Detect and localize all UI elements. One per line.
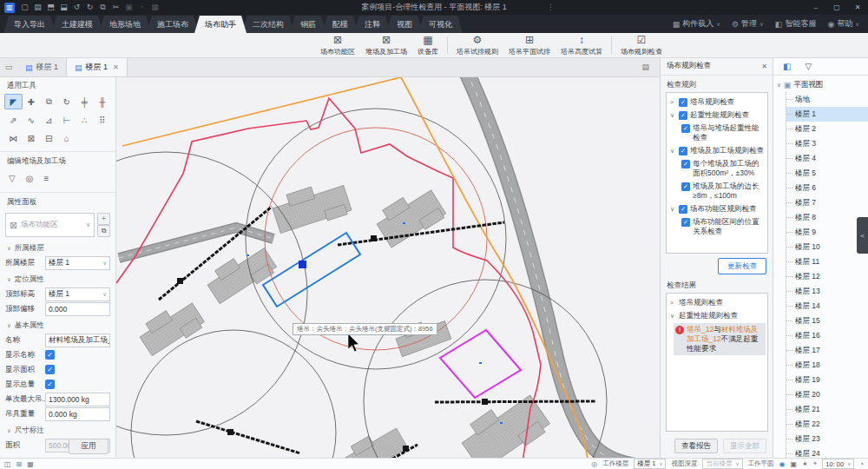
close-button[interactable]: ✕ <box>847 0 868 15</box>
view-layout-3-icon[interactable]: ▦ <box>27 460 34 468</box>
rule-item[interactable]: >✓塔吊规则检查 <box>668 96 766 109</box>
manage-menu[interactable]: ⚙管理∨ <box>732 18 764 30</box>
view-tree-item[interactable]: 楼层 15 <box>786 314 868 328</box>
expander-icon[interactable]: ∨ <box>670 311 676 320</box>
panel-collapse-handle[interactable]: < <box>857 217 868 254</box>
select-tool-icon[interactable]: ◤ <box>4 94 23 109</box>
crane-trial-rules-button[interactable]: ⚙塔吊试排规则 <box>451 33 503 58</box>
expander-icon[interactable]: ∨ <box>670 204 676 214</box>
ribbon-tab-6[interactable]: 二次结构 <box>242 16 294 33</box>
property-input[interactable]: 0.000 kg <box>45 407 110 421</box>
load-component-menu[interactable]: ▦构件载入∨ <box>673 18 720 30</box>
ribbon-tab-8[interactable]: 配模 <box>322 16 358 33</box>
move-tool-icon[interactable]: ✚ <box>23 94 41 109</box>
new-file-icon[interactable]: ▢ <box>18 0 31 15</box>
view-tree-item[interactable]: 楼层 2 <box>786 122 868 136</box>
sun-position-icon[interactable]: ✶ <box>802 460 808 468</box>
title-menu-dots-icon[interactable]: ⋮ <box>547 0 555 15</box>
ribbon-tab-4[interactable]: 施工场布 <box>147 16 199 33</box>
help-menu[interactable]: ◉帮助∨ <box>827 18 859 30</box>
close-icon[interactable]: ✕ <box>761 63 767 70</box>
batch-check-tool-icon[interactable]: ◎ <box>26 170 34 186</box>
property-input[interactable]: 0.000 <box>45 302 110 316</box>
stockyard-workshop-button[interactable]: ⊠堆场及加工场 <box>360 33 412 58</box>
group-tool-icon[interactable]: ⠿ <box>94 112 112 128</box>
rule-subitem[interactable]: ✓堆场及加工场的边长≥8m，≤100m <box>680 180 766 202</box>
ribbon-tab-5[interactable]: 场布助手 <box>194 16 247 33</box>
view-tab-1[interactable]: ▤楼层 1 <box>17 58 67 76</box>
dome-tool-icon[interactable]: ⌂ <box>58 130 76 146</box>
paste-icon[interactable]: ▣ <box>122 0 135 15</box>
view-tree-item[interactable]: 楼层 21 <box>786 402 868 417</box>
crane-plan-trial-button[interactable]: ⊞塔吊平面试排 <box>503 33 556 58</box>
ribbon-tab-10[interactable]: 视图 <box>386 16 423 33</box>
view-tree-item[interactable]: 楼层 20 <box>786 387 868 402</box>
view-report-button[interactable]: 查看报告 <box>674 439 718 453</box>
view-tree-item[interactable]: 楼层 22 <box>786 417 868 432</box>
mirror-tool-icon[interactable]: ⋈ <box>4 130 23 146</box>
view-tree-item[interactable]: 楼层 10 <box>786 240 868 254</box>
layout-columns-icon[interactable]: ◧ <box>783 62 791 71</box>
view-tree-item[interactable]: 楼层 24 <box>786 446 868 459</box>
checkbox-checked-icon[interactable]: ✓ <box>679 205 687 214</box>
view-tree-item[interactable]: 楼层 14 <box>786 299 868 314</box>
site-rule-check-button[interactable]: ☑场布规则检查 <box>615 33 667 58</box>
maximize-button[interactable]: ▢ <box>826 0 847 15</box>
expander-icon[interactable]: > <box>670 298 676 307</box>
import-file-icon[interactable]: ⬒ <box>44 0 57 15</box>
view-layout-1-icon[interactable]: ◫ <box>4 460 11 468</box>
property-section-header[interactable]: ∨所属楼层 <box>0 239 115 255</box>
locate-icon[interactable]: ⌖ <box>813 459 818 468</box>
view-tree-item[interactable]: 楼层 19 <box>786 373 868 387</box>
view-tree-item[interactable]: 场地 <box>786 92 868 107</box>
checkbox-checked-icon[interactable]: ✓ <box>681 218 690 227</box>
dock-stub-icon[interactable]: ▭ <box>0 58 17 76</box>
checkbox-checked-icon[interactable]: ✓ <box>681 124 690 133</box>
measure-tool-icon[interactable]: ⊟ <box>40 130 58 146</box>
checkbox-checked-icon[interactable]: ✓ <box>679 147 687 155</box>
check-result-error[interactable]: !塔吊_12与材料堆场及加工场_12不满足起重性能要求 <box>674 323 766 355</box>
property-checkbox[interactable]: ✓ <box>45 380 55 389</box>
convert-column-tool-icon[interactable]: ≡ <box>43 170 49 186</box>
ribbon-tab-2[interactable]: 土建建模 <box>51 16 103 33</box>
align-tool-icon[interactable]: ╪ <box>76 94 94 109</box>
view-tree-item[interactable]: 楼层 13 <box>786 284 868 299</box>
delete-tool-icon[interactable]: ⊠ <box>23 130 41 146</box>
shadow-toggle-icon[interactable]: ◔ <box>859 460 864 468</box>
open-file-icon[interactable]: ▤ <box>31 0 44 15</box>
rotate-tool-icon[interactable]: ↻ <box>58 94 76 109</box>
panel-toggle-icon[interactable]: ▣ <box>790 460 797 468</box>
view-tree-item[interactable]: 楼层 9 <box>786 225 868 240</box>
ribbon-tab-7[interactable]: 钢筋 <box>290 16 326 33</box>
redo-icon[interactable]: ↻ <box>83 0 96 15</box>
undo-icon[interactable]: ↺ <box>70 0 83 15</box>
work-plane-icon[interactable]: ◉ <box>779 460 786 468</box>
view-tree-item[interactable]: 楼层 5 <box>786 166 868 181</box>
filter-icon[interactable]: ▽ <box>805 62 812 71</box>
cut-icon[interactable]: ✂ <box>109 0 122 15</box>
property-section-header[interactable]: ∨定位属性 <box>0 270 115 287</box>
view-tree-item[interactable]: 楼层 16 <box>786 328 868 343</box>
settings-icon[interactable]: ◎ <box>591 460 597 468</box>
minimize-button[interactable]: – <box>806 0 826 15</box>
rule-item[interactable]: ∨✓场布功能区规则检查 <box>668 202 766 215</box>
property-checkbox[interactable]: ✓ <box>45 350 55 360</box>
app-logo[interactable]: ▥ <box>4 3 15 13</box>
library-icon[interactable]: ▦ <box>148 0 161 15</box>
equipment-library-button[interactable]: ▦设备库 <box>412 33 444 58</box>
property-select[interactable]: 楼层 1∨ <box>45 287 110 301</box>
slope-tool-icon[interactable]: ⊿ <box>40 112 58 128</box>
result-group[interactable]: >塔吊规则检查 <box>668 296 766 309</box>
smart-service-menu[interactable]: ◧智能客服 <box>775 18 817 30</box>
view-tree-item[interactable]: 楼层 6 <box>786 181 868 195</box>
duplicate-type-button[interactable]: ⧉ <box>97 225 110 237</box>
view-layout-2-icon[interactable]: ⊞ <box>16 460 23 468</box>
format-painter-icon[interactable]: ▫ <box>135 0 148 15</box>
filter-tool-icon[interactable]: ▽ <box>9 170 16 186</box>
view-depth-select[interactable]: 当前楼层 ∨ <box>702 459 742 469</box>
drawing-canvas[interactable]: 塔吊：尖头塔吊：尖头塔吊(支腿固定式)：8956 <box>116 76 660 459</box>
view-tree-item[interactable]: 楼层 23 <box>786 432 868 446</box>
type-selector-dropdown[interactable]: ⊠ 场布功能区 ∨ <box>5 213 95 237</box>
ribbon-tab-11[interactable]: 可视化 <box>418 16 463 33</box>
apply-button[interactable]: 应用 <box>69 439 108 454</box>
